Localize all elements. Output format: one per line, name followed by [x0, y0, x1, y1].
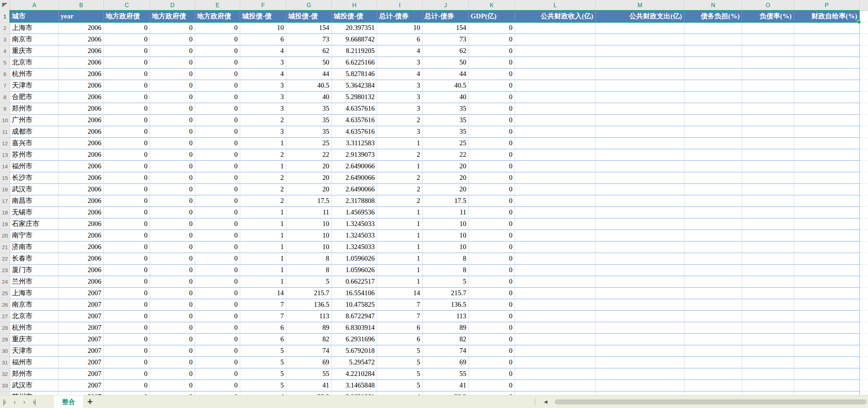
- cell[interactable]: 0: [150, 126, 195, 138]
- cell[interactable]: 2.6490066: [332, 161, 377, 172]
- cell[interactable]: 3: [240, 80, 286, 92]
- cell[interactable]: 1.0596026: [332, 253, 377, 265]
- cell[interactable]: [684, 149, 742, 161]
- cell[interactable]: 55: [423, 368, 469, 380]
- row-header-9[interactable]: 9: [0, 103, 10, 115]
- cell[interactable]: 40.5: [286, 80, 332, 92]
- cell[interactable]: [596, 322, 684, 334]
- cell[interactable]: 0: [195, 391, 240, 395]
- cell[interactable]: 2: [377, 149, 423, 161]
- cell[interactable]: 3.3112583: [332, 138, 377, 149]
- cell[interactable]: 0: [195, 368, 240, 380]
- cell[interactable]: 0: [195, 184, 240, 195]
- cell[interactable]: [742, 299, 794, 311]
- cell[interactable]: 10: [423, 218, 469, 230]
- cell[interactable]: 2006: [59, 92, 104, 103]
- cell[interactable]: [596, 103, 684, 115]
- cell[interactable]: 0: [150, 45, 195, 57]
- select-all-corner[interactable]: [0, 0, 10, 11]
- cell[interactable]: [794, 149, 860, 161]
- cell[interactable]: 0: [195, 230, 240, 241]
- cell[interactable]: 0: [150, 138, 195, 149]
- cell[interactable]: [684, 322, 742, 334]
- cell[interactable]: [515, 92, 596, 103]
- cell[interactable]: 苏州市: [10, 391, 59, 395]
- cell[interactable]: 2006: [59, 253, 104, 265]
- cell[interactable]: [684, 391, 742, 395]
- cell[interactable]: [515, 299, 596, 311]
- cell[interactable]: 0: [195, 45, 240, 57]
- row-header-16[interactable]: 16: [0, 184, 10, 195]
- cell[interactable]: 0: [469, 115, 515, 126]
- cell[interactable]: 3: [377, 103, 423, 115]
- cell[interactable]: 0: [104, 45, 150, 57]
- cell[interactable]: [596, 380, 684, 391]
- cell-sliver[interactable]: [860, 311, 868, 322]
- cell[interactable]: 2007: [59, 391, 104, 395]
- cell[interactable]: [515, 368, 596, 380]
- cell-sliver[interactable]: [860, 11, 868, 22]
- cell[interactable]: [515, 195, 596, 207]
- cell[interactable]: 6: [240, 334, 286, 345]
- cell[interactable]: [515, 265, 596, 276]
- cell[interactable]: 长沙市: [10, 172, 59, 184]
- cell[interactable]: 0: [195, 68, 240, 80]
- cell[interactable]: 0: [104, 322, 150, 334]
- row-header-23[interactable]: 23: [0, 265, 10, 276]
- cell[interactable]: [742, 380, 794, 391]
- cell[interactable]: 济南市: [10, 241, 59, 253]
- cell[interactable]: 3: [377, 92, 423, 103]
- cell-sliver[interactable]: [860, 299, 868, 311]
- cell[interactable]: 113: [286, 311, 332, 322]
- row-header-3[interactable]: 3: [0, 34, 10, 45]
- cell[interactable]: 10: [286, 241, 332, 253]
- cell[interactable]: 8: [286, 253, 332, 265]
- cell[interactable]: 0: [150, 184, 195, 195]
- row-header-22[interactable]: 22: [0, 253, 10, 265]
- cell[interactable]: [596, 299, 684, 311]
- cell[interactable]: 0: [104, 92, 150, 103]
- cell[interactable]: [742, 57, 794, 68]
- cell[interactable]: 55: [286, 368, 332, 380]
- cell[interactable]: 6: [377, 334, 423, 345]
- cell[interactable]: 0.6622517: [332, 276, 377, 288]
- cell[interactable]: 5: [377, 368, 423, 380]
- cell[interactable]: 17.5: [286, 195, 332, 207]
- cell[interactable]: 0: [104, 195, 150, 207]
- cell[interactable]: 天津市: [10, 345, 59, 357]
- cell[interactable]: 17.5: [423, 195, 469, 207]
- cell[interactable]: [794, 184, 860, 195]
- cell[interactable]: 40: [423, 92, 469, 103]
- cell[interactable]: [794, 311, 860, 322]
- cell[interactable]: 40: [286, 92, 332, 103]
- cell[interactable]: [515, 22, 596, 34]
- cell[interactable]: 0: [150, 288, 195, 299]
- cell[interactable]: [596, 80, 684, 92]
- row-header-21[interactable]: 21: [0, 241, 10, 253]
- cell[interactable]: [596, 115, 684, 126]
- cell[interactable]: 2006: [59, 34, 104, 45]
- cell[interactable]: 1: [240, 230, 286, 241]
- cell[interactable]: [515, 34, 596, 45]
- cell[interactable]: [684, 218, 742, 230]
- cell[interactable]: 杭州市: [10, 68, 59, 80]
- cell[interactable]: [794, 345, 860, 357]
- cell[interactable]: 0: [150, 80, 195, 92]
- cell[interactable]: 1.3245033: [332, 218, 377, 230]
- cell[interactable]: 0: [104, 380, 150, 391]
- cell[interactable]: 3: [240, 103, 286, 115]
- column-header-G[interactable]: G: [286, 0, 332, 11]
- row-header-1[interactable]: 1: [0, 11, 10, 22]
- cell[interactable]: 5: [377, 357, 423, 368]
- cell[interactable]: [515, 288, 596, 299]
- cell[interactable]: [684, 126, 742, 138]
- cell[interactable]: 南宁市: [10, 230, 59, 241]
- cell[interactable]: 154: [286, 22, 332, 34]
- cell[interactable]: 2006: [59, 230, 104, 241]
- cell[interactable]: 北京市: [10, 311, 59, 322]
- cell[interactable]: [684, 34, 742, 45]
- cell-sliver[interactable]: [860, 195, 868, 207]
- first-sheet-button[interactable]: |‹: [3, 395, 6, 408]
- cell[interactable]: 1: [377, 161, 423, 172]
- cell[interactable]: [684, 230, 742, 241]
